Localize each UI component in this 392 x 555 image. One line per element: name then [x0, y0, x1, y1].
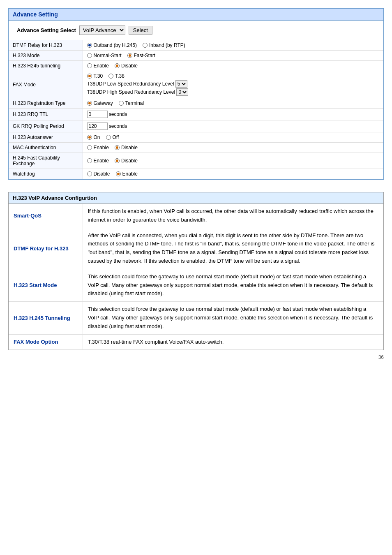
advance-setting-panel: Advance Setting Advance Setting Select V…	[8, 8, 384, 180]
advance-setting-select[interactable]: VoIP Advance	[79, 25, 125, 35]
radio-label-disable: Disable	[121, 63, 138, 69]
voip-config-table: Smart-QoS If this function is enabled, w…	[9, 204, 383, 350]
radio-label-watchdog-enable: Enable	[122, 171, 138, 177]
high-speed-label: T38UDP High Speed Redundancy Level	[87, 89, 175, 95]
radio-t30[interactable]	[87, 74, 92, 79]
settings-table: DTMF Relay for H.323 Outband (by H.245) …	[9, 40, 383, 179]
voip-config-panel: H.323 VoIP Advance Configurtion Smart-Qo…	[8, 192, 384, 350]
table-row: Watchdog Disable Enable	[9, 169, 383, 179]
table-row: H.323 H245 tunneling Enable Disable	[9, 61, 383, 71]
voip-row-label: FAX Mode Option	[9, 334, 83, 350]
radio-off[interactable]	[106, 135, 111, 140]
advance-setting-select-label: Advance Setting Select	[17, 27, 76, 33]
row-label: H.323 Registration Type	[9, 98, 83, 109]
voip-table-row: DTMF Relay for H.323 After the VoIP call…	[9, 228, 383, 269]
page-number: 36	[8, 354, 384, 360]
row-label: Watchdog	[9, 169, 83, 179]
radio-h245-enable[interactable]	[87, 158, 92, 163]
radio-label-gateway: Gateway	[94, 100, 113, 106]
row-label: H.323 Autoanswer	[9, 132, 83, 143]
advance-setting-title: Advance Setting	[9, 9, 383, 21]
row-value: On Off	[83, 132, 383, 143]
radio-outband[interactable]	[87, 43, 92, 48]
radio-mac-disable[interactable]	[115, 145, 120, 150]
radio-label-mac-enable: Enable	[94, 145, 109, 150]
row-label: H.323 H245 tunneling	[9, 61, 83, 71]
table-row: H.323 Registration Type Gateway Terminal	[9, 98, 383, 109]
table-row: GK RRQ Polling Period seconds	[9, 120, 383, 132]
voip-table-row: H.323 H.245 Tunneling This selection cou…	[9, 302, 383, 334]
voip-table-row: H.323 Start Mode This selection could fo…	[9, 269, 383, 301]
table-row: MAC Authentication Enable Disable	[9, 143, 383, 153]
radio-gateway[interactable]	[87, 101, 92, 106]
low-speed-label: T38UDP Low Speed Redundancy Level	[87, 81, 174, 87]
row-label: DTMF Relay for H.323	[9, 40, 83, 51]
voip-row-label: DTMF Relay for H.323	[9, 228, 83, 269]
row-value: Enable Disable	[83, 143, 383, 153]
voip-row-desc: This selection could force the gateway t…	[83, 302, 383, 334]
row-value: Outband (by H.245) Inband (by RTP)	[83, 40, 383, 51]
radio-terminal[interactable]	[119, 101, 124, 106]
row-value: T.30 T.38 T38UDP Low Speed Redundancy Le…	[83, 71, 383, 98]
voip-row-label: Smart-QoS	[9, 204, 83, 228]
radio-label-normal-start: Normal-Start	[94, 53, 122, 58]
row-label: H.323 Mode	[9, 51, 83, 61]
radio-label-h245-enable: Enable	[94, 158, 109, 164]
radio-watchdog-disable[interactable]	[87, 171, 92, 176]
radio-label-h245-disable: Disable	[121, 158, 138, 164]
row-label: GK RRQ Polling Period	[9, 120, 83, 132]
row-value: seconds	[83, 109, 383, 120]
radio-label-watchdog-disable: Disable	[94, 171, 110, 177]
radio-on[interactable]	[87, 135, 92, 140]
table-row: FAX Mode T.30 T.38 T38UDP Low Speed Redu…	[9, 71, 383, 98]
voip-row-desc: If this function is enabled, when VoIP c…	[83, 204, 383, 228]
row-label: H.323 RRQ TTL	[9, 109, 83, 120]
table-row: H.323 RRQ TTL seconds	[9, 109, 383, 120]
low-speed-select[interactable]: 5	[175, 80, 187, 88]
radio-disable-tunneling[interactable]	[115, 63, 120, 68]
radio-watchdog-enable[interactable]	[116, 171, 121, 176]
radio-label-t38: T.38	[115, 73, 125, 79]
radio-label-mac-disable: Disable	[121, 145, 138, 150]
row-value: Gateway Terminal	[83, 98, 383, 109]
row-value: Enable Disable	[83, 61, 383, 71]
gk-polling-input[interactable]	[87, 123, 108, 130]
rrq-ttl-suffix: seconds	[109, 111, 127, 117]
voip-row-desc: After the VoIP call is connected, when y…	[83, 228, 383, 269]
radio-enable-tunneling[interactable]	[87, 63, 92, 68]
rrq-ttl-input[interactable]	[87, 111, 108, 118]
advance-setting-select-row: Advance Setting Select VoIP Advance Sele…	[9, 21, 383, 40]
radio-h245-disable[interactable]	[115, 158, 120, 163]
voip-row-desc: T.30/T.38 real-time FAX compliant Voice/…	[83, 334, 383, 350]
table-row: H.323 Autoanswer On Off	[9, 132, 383, 143]
row-label: H.245 Fast Capability Exchange	[9, 153, 83, 169]
radio-label-terminal: Terminal	[125, 100, 144, 106]
radio-label-fast-start: Fast-Start	[134, 53, 156, 58]
row-value: seconds	[83, 120, 383, 132]
radio-mac-enable[interactable]	[87, 145, 92, 150]
select-button[interactable]: Select	[129, 26, 152, 35]
voip-row-desc: This selection could force the gateway t…	[83, 269, 383, 301]
radio-label-inband: Inband (by RTP)	[149, 42, 185, 48]
row-label: MAC Authentication	[9, 143, 83, 153]
row-label: FAX Mode	[9, 71, 83, 98]
radio-fast-start[interactable]	[127, 53, 132, 58]
radio-label-on: On	[94, 134, 100, 140]
table-row: H.323 Mode Normal-Start Fast-Start	[9, 51, 383, 61]
table-row: DTMF Relay for H.323 Outband (by H.245) …	[9, 40, 383, 51]
voip-config-title: H.323 VoIP Advance Configurtion	[9, 192, 383, 204]
radio-inband[interactable]	[143, 43, 148, 48]
radio-t38[interactable]	[108, 74, 113, 79]
radio-label-outband: Outband (by H.245)	[94, 42, 137, 48]
radio-label-enable: Enable	[94, 63, 109, 69]
high-speed-select[interactable]: 0	[176, 88, 188, 96]
voip-table-row: Smart-QoS If this function is enabled, w…	[9, 204, 383, 228]
radio-label-t30: T.30	[94, 73, 103, 79]
radio-normal-start[interactable]	[87, 53, 92, 58]
voip-table-row: FAX Mode Option T.30/T.38 real-time FAX …	[9, 334, 383, 350]
radio-label-off: Off	[113, 134, 119, 140]
row-value: Normal-Start Fast-Start	[83, 51, 383, 61]
row-value: Disable Enable	[83, 169, 383, 179]
row-value: Enable Disable	[83, 153, 383, 169]
table-row: H.245 Fast Capability Exchange Enable Di…	[9, 153, 383, 169]
